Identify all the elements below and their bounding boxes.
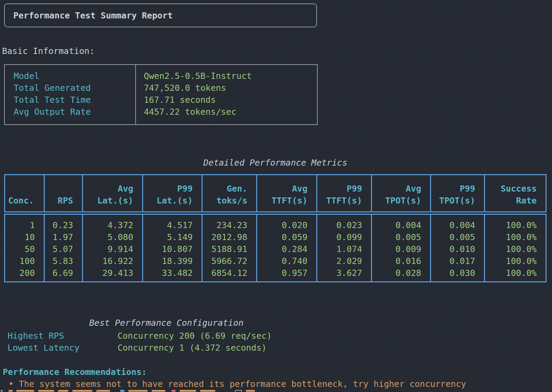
metrics-column: 0.0230.0991.0742.0293.627 <box>317 215 372 281</box>
metric-value: 200 <box>5 267 44 279</box>
column-header-line1: Avg <box>83 183 133 195</box>
metric-value: 2.029 <box>317 255 371 267</box>
column-header: Conc. <box>5 175 45 211</box>
metrics-column: 0.0040.0050.0090.0160.028 <box>372 215 431 281</box>
metric-value: 10 <box>5 231 44 243</box>
metric-value: 3.627 <box>317 267 371 279</box>
column-header-line1: Success <box>485 183 537 195</box>
metric-value: 6854.12 <box>203 267 256 279</box>
report-title-box: Performance Test Summary Report <box>4 3 317 27</box>
clipped-glyph <box>38 390 54 392</box>
column-header: P99Lat.(s) <box>143 175 203 211</box>
metric-value: 0.957 <box>257 267 316 279</box>
metric-value: 0.009 <box>372 243 430 255</box>
column-header-line2: RPS <box>45 195 73 207</box>
metric-value: 6.69 <box>45 267 82 279</box>
metric-value: 2012.98 <box>203 231 256 243</box>
metric-value: 0.028 <box>372 267 430 279</box>
clipped-glyph <box>16 390 34 392</box>
basic-info-value-col: Qwen2.5-0.5B-Instruct747,520.0 tokens167… <box>136 65 317 124</box>
metric-value: 0.284 <box>257 243 316 255</box>
column-header-line2: TTFT(s) <box>317 195 362 207</box>
metric-value: 0.005 <box>372 231 430 243</box>
metric-value: 1 <box>5 219 44 231</box>
metric-value: 10.807 <box>143 243 202 255</box>
metric-value: 0.059 <box>257 231 316 243</box>
metric-value: 100.0% <box>485 219 546 231</box>
metric-value: 5.83 <box>45 255 82 267</box>
info-value: 167.71 seconds <box>136 94 317 106</box>
terminal-screen: { "colors": { "background": "#262a33", "… <box>0 0 552 392</box>
metric-value: 29.413 <box>83 267 142 279</box>
metric-value: 100 <box>5 255 44 267</box>
metric-value: 0.005 <box>431 231 484 243</box>
column-header-line1: Gen. <box>203 183 247 195</box>
metrics-column: 0.231.975.075.836.69 <box>45 215 83 281</box>
column-header-line1: P99 <box>317 183 362 195</box>
metric-value: 0.010 <box>431 243 484 255</box>
metric-value: 5188.91 <box>203 243 256 255</box>
metric-value: 0.023 <box>317 219 371 231</box>
column-header: AvgLat.(s) <box>83 175 143 211</box>
best-config-title: Best Performance Configuration <box>4 317 329 329</box>
metrics-column: 0.0040.0050.0100.0170.030 <box>431 215 485 281</box>
clipped-glyph <box>58 390 68 392</box>
column-header-line2: Conc. <box>8 195 44 207</box>
clipped-glyph <box>72 390 92 392</box>
metric-value: 0.017 <box>431 255 484 267</box>
clipped-glyph <box>171 390 176 392</box>
info-label: Total Generated <box>5 82 135 94</box>
metrics-body: 110501002000.231.975.075.836.694.3725.08… <box>4 214 547 282</box>
best-config-row: Lowest Latency Concurrency 1 (4.372 seco… <box>0 342 342 354</box>
recommendation-text <box>14 379 19 389</box>
best-config-value: Concurrency 200 (6.69 req/sec) <box>118 330 272 342</box>
column-header: Gen.toks/s <box>203 175 257 211</box>
best-config-label: Lowest Latency <box>8 342 80 354</box>
metric-value: 100.0% <box>485 267 546 279</box>
column-header-line2: TPOT(s) <box>372 195 421 207</box>
metrics-column: 100.0%100.0%100.0%100.0%100.0% <box>485 215 546 281</box>
metric-value: 18.399 <box>143 255 202 267</box>
metric-value: 5.07 <box>45 243 82 255</box>
column-header-line1: P99 <box>143 183 193 195</box>
column-header: RPS <box>45 175 83 211</box>
best-config-row: Highest RPS Concurrency 200 (6.69 req/se… <box>0 330 342 342</box>
bullet-icon: • <box>9 379 14 389</box>
metrics-table-title: Detailed Performance Metrics <box>4 157 547 169</box>
metrics-column: 0.0200.0590.2840.7400.957 <box>257 215 317 281</box>
clipped-glyph <box>120 390 124 392</box>
metric-value: 0.004 <box>431 219 484 231</box>
best-config-value: Concurrency 1 (4.372 seconds) <box>118 342 267 354</box>
column-header: SuccessRate <box>485 175 546 211</box>
metric-value: 1.97 <box>45 231 82 243</box>
column-header-line2: TPOT(s) <box>431 195 475 207</box>
best-config-label: Highest RPS <box>8 330 64 342</box>
clipped-glyph <box>246 390 255 392</box>
metrics-header-row: Conc.RPSAvgLat.(s)P99Lat.(s)Gen.toks/sAv… <box>4 174 547 212</box>
info-label: Total Test Time <box>5 94 135 106</box>
metric-value: 33.482 <box>143 267 202 279</box>
column-header-line2: TTFT(s) <box>257 195 307 207</box>
metric-value: 16.922 <box>83 255 142 267</box>
best-config-rows: Highest RPS Concurrency 200 (6.69 req/se… <box>0 330 342 354</box>
clipped-glyph <box>152 390 165 392</box>
metric-value: 0.020 <box>257 219 316 231</box>
column-header-line2: Rate <box>485 195 537 207</box>
clipped-glyph <box>235 390 242 392</box>
basic-info-heading: Basic Information: <box>2 45 95 57</box>
clipped-glyph <box>96 390 110 392</box>
info-value: Qwen2.5-0.5B-Instruct <box>136 70 317 82</box>
info-value: 4457.22 tokens/sec <box>136 106 317 118</box>
metric-value: 50 <box>5 243 44 255</box>
info-label: Model <box>5 70 135 82</box>
metrics-column: 11050100200 <box>5 215 45 281</box>
metric-value: 100.0% <box>485 243 546 255</box>
recommendation-text: The system seems not to have reached its… <box>19 379 466 389</box>
column-header-line2: toks/s <box>203 195 247 207</box>
basic-info-label-col: ModelTotal GeneratedTotal Test TimeAvg O… <box>5 65 136 124</box>
recommendation-item: • The system seems not to have reached i… <box>9 378 466 390</box>
clipped-glyph <box>128 390 148 392</box>
column-header-line2: Lat.(s) <box>83 195 133 207</box>
metric-value: 0.23 <box>45 219 82 231</box>
clipped-glyph <box>9 390 13 392</box>
